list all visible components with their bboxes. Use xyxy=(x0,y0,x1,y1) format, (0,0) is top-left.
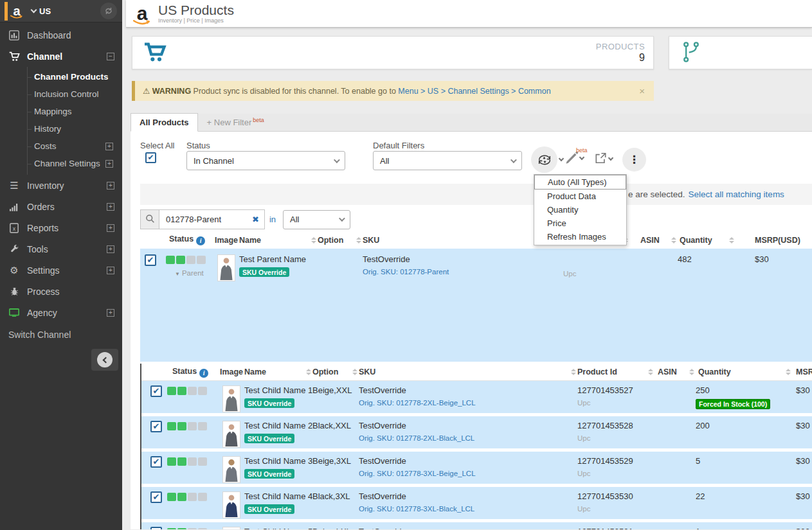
expand-icon[interactable]: + xyxy=(105,160,113,168)
sidebar-item-channel-settings[interactable]: Channel Settings+ xyxy=(28,155,122,172)
clear-search-icon[interactable]: ✖ xyxy=(252,215,259,224)
table-row-child[interactable]: ✔ Test Child Name 3SKU Override Beige,3X… xyxy=(141,452,812,484)
row-checkbox[interactable]: ✔ xyxy=(150,385,162,397)
column-header-status[interactable]: Statusi xyxy=(162,367,219,378)
table-row-child[interactable]: ✔ Test Child Name 1SKU Override Beige,XX… xyxy=(141,381,812,413)
column-header-status[interactable]: Statusi xyxy=(161,234,213,245)
search-input[interactable] xyxy=(159,209,265,229)
menu-item-price[interactable]: Price xyxy=(534,216,626,230)
product-image[interactable] xyxy=(222,491,240,518)
sidebar-item-history[interactable]: History xyxy=(28,120,122,137)
refresh-icon[interactable] xyxy=(100,3,117,19)
row-checkbox[interactable]: ✔ xyxy=(150,456,162,468)
default-filters-select[interactable]: All xyxy=(373,151,522,170)
row-checkbox[interactable]: ✔ xyxy=(150,527,162,529)
product-image[interactable] xyxy=(222,456,240,483)
sidebar-item-channel[interactable]: Channel − xyxy=(0,46,122,67)
column-header-name[interactable]: Name xyxy=(239,236,318,245)
products-summary-card[interactable]: PRODUCTS 9 xyxy=(132,36,654,69)
column-header-option[interactable]: Option xyxy=(318,236,363,245)
column-header-name[interactable]: Name xyxy=(244,367,312,376)
product-image[interactable] xyxy=(217,254,235,281)
sidebar-item-orders[interactable]: Orders + xyxy=(0,196,122,217)
info-icon[interactable]: i xyxy=(196,236,205,245)
column-header-option[interactable]: Option xyxy=(312,367,359,376)
table-row-child[interactable]: ✔ Test Child Name 4SKU Override Black,3X… xyxy=(141,487,812,519)
product-image[interactable] xyxy=(222,421,240,448)
sidebar-collapse-button[interactable] xyxy=(91,349,118,371)
more-actions-button[interactable]: ⋮ xyxy=(622,148,646,172)
column-header-asin[interactable]: ASIN xyxy=(654,367,696,376)
expand-icon[interactable]: + xyxy=(107,203,114,211)
column-header-msrp[interactable]: MSRP(USD) xyxy=(735,236,812,245)
sidebar-item-agency[interactable]: Agency + xyxy=(0,302,122,323)
sort-icon[interactable] xyxy=(786,369,791,375)
sidebar-item-costs[interactable]: Costs+ xyxy=(28,137,122,155)
column-header-sku[interactable]: SKU xyxy=(359,367,577,376)
product-image[interactable] xyxy=(222,527,240,529)
sort-icon[interactable] xyxy=(352,369,357,375)
warning-settings-link[interactable]: Menu > US > Channel Settings > Common xyxy=(398,87,550,96)
tab-new-filter[interactable]: + New Filterbeta xyxy=(198,113,273,131)
collapse-icon[interactable]: − xyxy=(107,53,114,60)
sidebar-item-inventory[interactable]: ☰ Inventory + xyxy=(0,175,122,196)
msrp-cell: $30 xyxy=(792,421,812,430)
sidebar-item-inclusion-control[interactable]: Inclusion Control xyxy=(28,85,122,103)
column-header-asin[interactable]: ASIN xyxy=(629,236,678,245)
sidebar-item-settings[interactable]: ⚙ Settings + xyxy=(0,260,122,281)
select-all-matching-link[interactable]: Select all matching items xyxy=(689,190,784,199)
relationships-card[interactable] xyxy=(669,36,812,69)
sort-icon[interactable] xyxy=(311,237,316,243)
menu-item-quantity[interactable]: Quantity xyxy=(534,203,626,216)
info-icon[interactable]: i xyxy=(199,369,208,378)
close-icon[interactable]: × xyxy=(639,85,645,96)
column-header-msrp[interactable]: MSRP(USD) xyxy=(792,367,812,376)
expand-icon[interactable]: + xyxy=(105,143,113,150)
export-dropdown-button[interactable] xyxy=(595,152,613,166)
expand-icon[interactable]: + xyxy=(107,245,114,253)
sync-dropdown-button[interactable] xyxy=(531,146,563,173)
expand-icon[interactable]: + xyxy=(107,267,114,274)
sidebar-item-label: Channel Settings xyxy=(34,159,100,168)
warning-banner: ⚠ WARNING Product sync is disabled for t… xyxy=(132,81,654,101)
product-id-cell: 127701453531 xyxy=(577,527,654,529)
column-header-quantity[interactable]: Quantity xyxy=(696,367,792,376)
product-image[interactable] xyxy=(222,385,240,412)
menu-item-auto[interactable]: Auto (All Types) xyxy=(534,175,626,190)
row-checkbox[interactable]: ✔ xyxy=(145,254,156,266)
status-filter-select[interactable]: In Channel xyxy=(186,151,345,170)
menu-item-product-data[interactable]: Product Data xyxy=(534,190,626,203)
search-button[interactable] xyxy=(140,209,159,229)
sidebar-item-dashboard[interactable]: Dashboard xyxy=(0,24,122,46)
tab-all-products[interactable]: All Products xyxy=(131,113,198,132)
expand-icon[interactable]: + xyxy=(107,224,114,232)
sort-icon[interactable] xyxy=(671,237,676,243)
sidebar-item-mappings[interactable]: Mappings xyxy=(28,103,122,120)
table-row-child[interactable]: ✔ Test Child Name 5SKU Override Beige,LX… xyxy=(141,522,812,529)
sort-icon[interactable] xyxy=(571,369,576,375)
sidebar-item-channel-products[interactable]: Channel Products xyxy=(28,68,122,85)
expand-icon[interactable]: + xyxy=(107,182,114,190)
column-header-product-id[interactable]: Product Id xyxy=(577,367,654,376)
select-all-checkbox[interactable]: ✔ xyxy=(145,152,156,163)
sort-icon[interactable] xyxy=(356,237,361,243)
sort-icon[interactable] xyxy=(648,369,653,375)
sidebar-item-switch-channel[interactable]: Switch Channel xyxy=(0,323,122,340)
sidebar-item-tools[interactable]: Tools + xyxy=(0,238,122,260)
column-header-quantity[interactable]: Quantity xyxy=(678,236,735,245)
sidebar-item-reports[interactable]: x Reports + xyxy=(0,217,122,238)
menu-item-refresh-images[interactable]: Refresh Images xyxy=(534,230,626,243)
sort-icon[interactable] xyxy=(306,369,311,375)
table-row-child[interactable]: ✔ Test Child Name 2SKU Override Black,XX… xyxy=(141,416,812,448)
table-row-parent[interactable]: ✔ ▼Parent Test Parent NameSKU Override T… xyxy=(140,249,812,283)
edit-dropdown-button[interactable]: beta xyxy=(565,151,584,166)
channel-selector[interactable]: US xyxy=(39,6,51,16)
search-scope-select[interactable]: All xyxy=(283,210,350,229)
sidebar-item-process[interactable]: Process xyxy=(0,281,122,302)
row-checkbox[interactable]: ✔ xyxy=(150,491,162,503)
sort-icon[interactable] xyxy=(729,237,734,243)
parent-toggle[interactable]: ▼Parent xyxy=(166,269,213,277)
row-checkbox[interactable]: ✔ xyxy=(150,421,162,432)
sort-icon[interactable] xyxy=(689,369,694,375)
expand-icon[interactable]: + xyxy=(107,309,114,317)
